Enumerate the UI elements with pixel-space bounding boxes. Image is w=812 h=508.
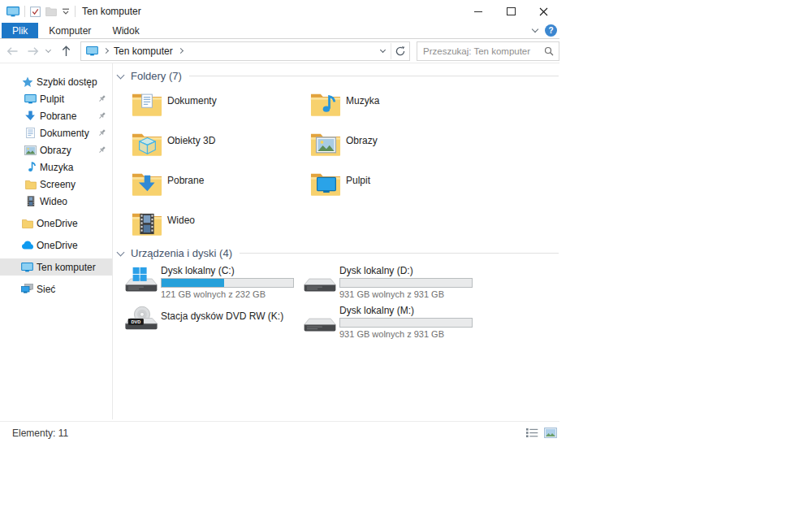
- ribbon-right-controls: ?: [533, 23, 559, 38]
- sidebar-item-ten-komputer[interactable]: Ten komputer: [0, 258, 112, 276]
- folder-tile-pulpit[interactable]: Pulpit: [292, 164, 471, 204]
- window-controls: [462, 0, 559, 23]
- forward-button[interactable]: [27, 46, 39, 56]
- recent-locations-button[interactable]: [46, 50, 50, 52]
- sidebar-item-onedrive-folder[interactable]: OneDrive: [0, 215, 112, 232]
- folder-name: Pulpit: [346, 175, 370, 204]
- refresh-icon[interactable]: [395, 46, 405, 56]
- collapse-chevron-icon[interactable]: [117, 72, 125, 80]
- sidebar-item-pulpit[interactable]: Pulpit: [0, 90, 112, 107]
- close-button[interactable]: [527, 0, 559, 23]
- drive-free-space: 121 GB wolnych z 232 GB: [161, 289, 294, 300]
- desktop-folder-icon: [310, 170, 341, 197]
- sidebar-item-label: Wideo: [40, 196, 67, 207]
- drive-tile-d[interactable]: Dysk lokalny (D:) 931 GB wolnych z 931 G…: [292, 264, 471, 304]
- details-view-icon[interactable]: [525, 428, 538, 438]
- quick-access-star-icon: [20, 76, 34, 88]
- explorer-app-icon: [6, 7, 19, 17]
- drive-tile-k-dvd[interactable]: Stacja dysków DVD RW (K:): [114, 304, 292, 344]
- folder-tile-pobrane[interactable]: Pobrane: [114, 164, 292, 204]
- drive-info: Stacja dysków DVD RW (K:): [161, 310, 283, 344]
- address-history-dropdown-icon[interactable]: [380, 46, 386, 52]
- breadcrumb-chevron-icon[interactable]: [178, 48, 184, 54]
- drive-name: Dysk lokalny (D:): [339, 265, 473, 276]
- disk-usage-bar: [339, 318, 473, 328]
- pin-icon: [97, 145, 106, 154]
- up-arrow-icon: [62, 45, 71, 57]
- sidebar-item-label: Sieć: [37, 284, 55, 295]
- search-icon[interactable]: [544, 46, 554, 56]
- search-input[interactable]: [417, 46, 544, 56]
- title-bar: Ten komputer: [0, 0, 559, 23]
- drives-grid: Dysk lokalny (C:) 121 GB wolnych z 232 G…: [114, 264, 471, 344]
- sidebar-item-label: Ten komputer: [37, 262, 96, 273]
- tab-plik[interactable]: Plik: [2, 23, 38, 38]
- this-pc-icon: [20, 263, 34, 272]
- large-icons-view-icon[interactable]: [544, 428, 557, 438]
- up-button[interactable]: [60, 46, 72, 56]
- folder-icon: [20, 219, 34, 228]
- sidebar-item-label: Dokumenty: [40, 128, 89, 139]
- sidebar-item-pobrane[interactable]: Pobrane: [0, 107, 112, 124]
- address-bar[interactable]: Ten komputer: [80, 41, 410, 61]
- breadcrumb-chevron-icon[interactable]: [103, 48, 109, 54]
- sidebar-item-obrazy[interactable]: Obrazy: [0, 141, 112, 158]
- section-header-foldery[interactable]: Foldery (7): [114, 70, 559, 82]
- ribbon-tab-row: Plik Komputer Widok ?: [0, 23, 559, 39]
- sidebar-item-label: Szybki dostęp: [37, 76, 97, 88]
- customize-qat-dropdown-icon[interactable]: [62, 8, 70, 15]
- sidebar-item-screeny[interactable]: Screeny: [0, 176, 112, 193]
- sidebar-item-label: Pulpit: [40, 93, 64, 105]
- sidebar-item-label: Screeny: [40, 179, 76, 190]
- pin-icon: [97, 94, 106, 103]
- maximize-button[interactable]: [495, 0, 527, 23]
- sidebar-item-muzyka[interactable]: Muzyka: [0, 158, 112, 176]
- disk-usage-fill: [162, 279, 224, 287]
- drive-info: Dysk lokalny (M:) 931 GB wolnych z 931 G…: [339, 305, 473, 344]
- back-button[interactable]: [6, 46, 19, 56]
- section-title: Foldery (7): [131, 70, 182, 82]
- desktop-icon: [24, 94, 37, 104]
- sidebar-item-dokumenty[interactable]: Dokumenty: [0, 124, 112, 141]
- folder-tile-obrazy[interactable]: Obrazy: [292, 124, 471, 164]
- drive-tile-c[interactable]: Dysk lokalny (C:) 121 GB wolnych z 232 G…: [114, 264, 292, 304]
- minimize-button[interactable]: [462, 0, 495, 23]
- sidebar-item-siec[interactable]: Sieć: [0, 280, 112, 297]
- documents-folder-icon: [132, 90, 162, 117]
- videos-folder-icon: [132, 210, 162, 237]
- drive-free-space: 931 GB wolnych z 931 GB: [339, 329, 473, 340]
- close-icon: [539, 7, 548, 16]
- drive-free-space: 931 GB wolnych z 931 GB: [339, 289, 473, 300]
- folder-tile-muzyka[interactable]: Muzyka: [292, 85, 471, 124]
- folder-tile-obiekty-3d[interactable]: Obiekty 3D: [114, 124, 292, 164]
- downloads-folder-icon: [132, 170, 162, 197]
- search-box: [417, 41, 559, 61]
- expand-ribbon-icon[interactable]: [532, 26, 538, 33]
- folder-tile-wideo[interactable]: Wideo: [114, 204, 292, 244]
- drive-info: Dysk lokalny (D:) 931 GB wolnych z 931 G…: [339, 265, 473, 304]
- divider: [75, 6, 76, 17]
- sidebar-item-onedrive-cloud[interactable]: OneDrive: [0, 237, 112, 254]
- pane-divider[interactable]: [112, 63, 113, 419]
- navigation-pane: Szybki dostęp Pulpit Pobrane Dokumenty O…: [0, 73, 112, 297]
- sidebar-item-wideo[interactable]: Wideo: [0, 193, 112, 210]
- music-note-icon: [24, 162, 37, 172]
- section-header-urzadzenia[interactable]: Urządzenia i dyski (4): [114, 247, 559, 259]
- properties-icon[interactable]: [30, 7, 41, 17]
- this-pc-icon: [86, 46, 98, 56]
- tab-widok[interactable]: Widok: [102, 23, 149, 38]
- collapse-chevron-icon[interactable]: [117, 249, 125, 257]
- maximize-icon: [507, 7, 516, 15]
- folders-grid: Dokumenty Muzyka Obiekty 3D: [114, 85, 471, 244]
- tab-komputer[interactable]: Komputer: [38, 23, 102, 38]
- folder-tile-dokumenty[interactable]: Dokumenty: [114, 85, 292, 124]
- drive-tile-m[interactable]: Dysk lokalny (M:) 931 GB wolnych z 931 G…: [292, 304, 471, 344]
- folder-name: Muzyka: [346, 95, 379, 124]
- breadcrumb[interactable]: Ten komputer: [114, 46, 173, 57]
- sidebar-item-szybki-dostep[interactable]: Szybki dostęp: [0, 73, 112, 90]
- drive-name: Dysk lokalny (C:): [161, 265, 294, 276]
- pictures-icon: [24, 145, 37, 155]
- onedrive-cloud-icon: [20, 241, 34, 250]
- help-button[interactable]: ?: [545, 24, 557, 37]
- minimize-icon: [474, 11, 482, 12]
